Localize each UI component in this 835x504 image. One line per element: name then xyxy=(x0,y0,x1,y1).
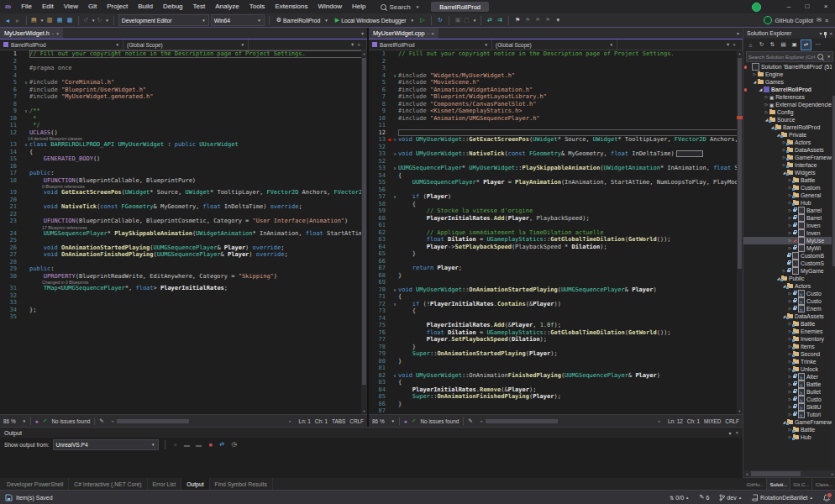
menu-file[interactable]: File xyxy=(16,0,37,13)
expander-icon[interactable]: ▷ xyxy=(752,72,758,76)
tab-error-list[interactable]: Error List xyxy=(148,478,182,490)
solution-vertical-scrollbar[interactable] xyxy=(832,63,835,470)
tab-pin-icon[interactable]: ◦ xyxy=(428,31,429,36)
tree-item[interactable]: ▷MyGame xyxy=(743,267,835,275)
refresh-unrealvs-icon[interactable]: ↻ xyxy=(436,16,444,25)
expander-icon[interactable]: ▷ xyxy=(787,231,793,235)
tab-git-changes[interactable]: Git C... xyxy=(790,478,812,490)
tab-github[interactable]: GitHu... xyxy=(743,478,767,490)
menu-window[interactable]: Window xyxy=(313,0,347,13)
expander-icon[interactable]: ▷ xyxy=(781,269,787,273)
solution-platform-combo[interactable]: Win64▼ xyxy=(211,14,265,26)
fold-toggle-icon[interactable]: ∨ xyxy=(391,301,398,308)
project-dropdown[interactable]: BarrelRollProd▼ xyxy=(369,39,492,50)
tree-item[interactable]: ▷✔MyUse xyxy=(743,237,835,244)
tab-pin-icon[interactable]: ◦ xyxy=(52,31,54,36)
indent-mode-indicator[interactable]: MIXED xyxy=(704,418,721,424)
fold-toggle-icon[interactable]: ∨ xyxy=(391,165,398,172)
output-content[interactable] xyxy=(0,451,743,479)
expander-icon[interactable]: ▷ xyxy=(764,110,769,114)
scrollbar-track[interactable] xyxy=(484,418,657,423)
scroll-up-arrow-icon[interactable]: ▲ xyxy=(361,50,367,56)
start-debugging-button[interactable]: ▶Local Windows Debugger▼ xyxy=(333,17,417,24)
expander-icon[interactable]: ▷ xyxy=(787,216,793,220)
edit-mode-icon[interactable]: ✎ xyxy=(468,417,472,424)
tree-item[interactable]: ▷DataAssets xyxy=(743,146,835,154)
tree-item[interactable]: ▷Inven xyxy=(743,222,835,229)
sync-output-icon[interactable]: ⇄ xyxy=(218,440,227,449)
switch-views-icon[interactable]: ⌂ xyxy=(746,40,755,50)
scrollbar-thumb[interactable] xyxy=(117,419,190,423)
expander-icon[interactable]: ▷ xyxy=(764,95,769,99)
expander-icon[interactable]: ▷ xyxy=(787,291,793,296)
close-icon[interactable]: × xyxy=(829,31,832,36)
code-editor[interactable]: 1// Fill out your copyright notice in th… xyxy=(0,50,367,414)
fold-toggle-icon[interactable]: ∨ xyxy=(23,79,29,87)
tree-item[interactable]: ▷Alter xyxy=(743,373,835,381)
line-indicator[interactable]: Ln: 12 xyxy=(668,418,683,424)
document-tab[interactable]: MyUserWidget.cpp◦× xyxy=(369,28,439,39)
menu-edit[interactable]: Edit xyxy=(37,0,59,13)
collapse-all-icon[interactable]: ⇅ xyxy=(768,40,777,50)
menu-analyze[interactable]: Analyze xyxy=(210,0,244,13)
solution-horizontal-scrollbar[interactable]: ◄ ► xyxy=(744,470,835,477)
output-source-combo[interactable]: UnrealVS.P4 ▼ xyxy=(53,439,159,450)
expander-icon[interactable]: ◢ xyxy=(758,87,764,92)
scrollbar-thumb[interactable] xyxy=(832,96,835,267)
close-button[interactable]: × xyxy=(817,0,835,13)
menu-view[interactable]: View xyxy=(59,0,83,13)
git-repository[interactable]: RotationDeBarillet▲ xyxy=(752,494,813,501)
search-box[interactable]: Search ▼ xyxy=(381,3,419,11)
github-copilot-icon[interactable] xyxy=(764,16,772,24)
chevron-down-icon[interactable]: ▾ xyxy=(728,430,731,436)
tab-developer-powershell[interactable]: Developer PowerShell xyxy=(2,478,69,490)
expander-icon[interactable]: ▷ xyxy=(787,390,793,394)
solution-configuration-combo[interactable]: Development Editor▼ xyxy=(118,14,209,26)
tree-item[interactable]: ▷MyWi xyxy=(743,244,835,252)
scrollbar-thumb[interactable] xyxy=(738,58,742,269)
eol-indicator[interactable]: CRLF xyxy=(725,418,739,424)
save-all-icon[interactable]: ▩ xyxy=(66,16,74,25)
tree-item[interactable]: ▷Barrel xyxy=(743,214,835,222)
stop-logging-icon[interactable]: ■ xyxy=(207,440,215,449)
tree-item[interactable]: ▷Enemies xyxy=(743,328,835,335)
navigate-backward-icon[interactable]: ◄ xyxy=(3,16,12,25)
expander-icon[interactable]: ▷ xyxy=(787,307,793,311)
tree-item[interactable]: ◢Games xyxy=(743,78,835,86)
tree-item[interactable]: ▷Trinke xyxy=(743,358,835,365)
tree-item[interactable]: ▷Custo xyxy=(743,290,835,297)
tree-item[interactable]: ▷Custom xyxy=(743,184,835,192)
tree-item[interactable]: ▷Battle xyxy=(743,320,835,328)
member-dropdown[interactable]: ▾+ xyxy=(617,39,743,50)
tree-item[interactable]: ▷Engine xyxy=(743,71,835,78)
tree-item[interactable]: CustomB xyxy=(743,252,835,260)
attach-process-icon[interactable]: ⇄ xyxy=(486,16,494,25)
sync-status[interactable]: ⇅0/0▲ xyxy=(670,495,689,501)
copilot-chat-icon[interactable]: ● xyxy=(35,418,39,424)
overflow-icon[interactable]: ⋯ xyxy=(813,40,822,50)
feedback-icon[interactable]: ✉ xyxy=(817,17,822,24)
tab-solution-explorer[interactable]: Soluti... xyxy=(767,478,790,490)
fold-toggle-icon[interactable]: > xyxy=(391,136,398,144)
tree-item[interactable]: Solution 'BarrelRollProd' (51 of 51 proj… xyxy=(743,63,835,71)
startup-project-combo[interactable]: ⚙BarrelRollProd▼ xyxy=(274,17,331,24)
show-all-files-icon[interactable]: ▤ xyxy=(779,40,788,50)
scope-dropdown[interactable]: (Global Scope)▼ xyxy=(123,39,249,50)
expander-icon[interactable]: ▷ xyxy=(787,208,793,213)
menu-build[interactable]: Build xyxy=(133,0,158,13)
tree-item[interactable]: ▷Battle xyxy=(743,176,835,184)
expander-icon[interactable]: ▷ xyxy=(787,299,793,303)
start-without-debugging-icon[interactable]: ▷ xyxy=(418,16,427,25)
expander-icon[interactable]: ▷ xyxy=(787,382,793,386)
scroll-down-arrow-icon[interactable]: ▼ xyxy=(737,408,743,414)
tree-item[interactable]: ▷Battle xyxy=(743,426,835,433)
scroll-right-arrow-icon[interactable]: ► xyxy=(830,472,835,476)
pending-edits[interactable]: ✎6 xyxy=(700,494,710,501)
expander-icon[interactable]: ◢ xyxy=(752,80,758,84)
member-dropdown[interactable]: ▾+ xyxy=(249,39,367,50)
scroll-down-arrow-icon[interactable]: ▼ xyxy=(361,408,367,414)
indent-mode-indicator[interactable]: TABS xyxy=(332,418,345,424)
tree-item[interactable]: ◢Widgets xyxy=(743,169,835,176)
tree-item[interactable]: ▷Interface xyxy=(743,161,835,169)
scroll-up-arrow-icon[interactable]: ▲ xyxy=(737,50,743,56)
